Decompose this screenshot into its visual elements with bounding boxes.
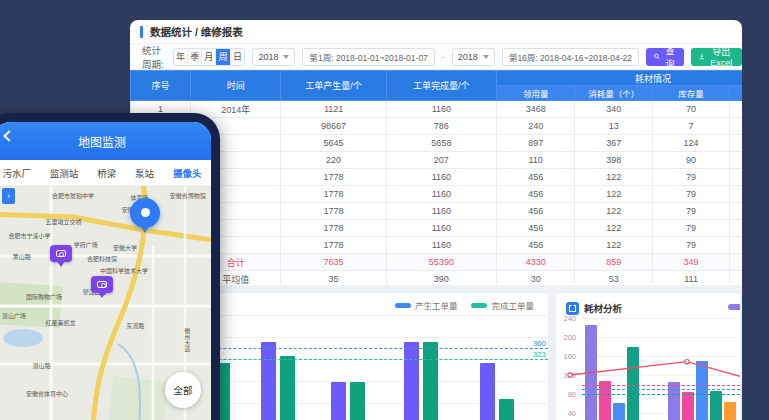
phone-screen: 地图监测 污水厂监测站桥梁泵站摄像头 (0, 122, 211, 420)
table-cell: 695 (729, 118, 742, 135)
export-excel-button[interactable]: 导出Excel (691, 48, 742, 66)
table-row: 12014年112111603468340702508 (131, 101, 743, 118)
table-cell: 5645 (281, 135, 386, 152)
phone-page-title: 地图监测 (78, 133, 126, 150)
y-axis-tick: 80 (556, 390, 576, 399)
phone-tab-摄像头[interactable]: 摄像头 (173, 166, 202, 180)
bar-产生工单量 (480, 363, 495, 420)
report-table: 序号 时间 工单产生量/个 工单完成量/个 耗材情况 领用量 消耗量（个） 库存… (130, 70, 742, 288)
report-table-body: 12014年1121116034683407025082986677862401… (131, 101, 743, 288)
period-option-周[interactable]: 周 (216, 49, 230, 65)
col-subheader-4: 采购量 (729, 86, 742, 101)
table-cell: 456 (497, 203, 575, 220)
col-header-created: 工单产生量/个 (281, 71, 386, 101)
table-cell: 79 (653, 203, 729, 220)
chevron-down-icon (483, 55, 489, 59)
phone-tab-桥梁[interactable]: 桥梁 (97, 166, 116, 180)
table-cell: 122 (575, 237, 653, 254)
y-axis-tick: 40 (556, 409, 576, 418)
year-end-select[interactable]: 2018 (452, 48, 495, 66)
period-segmented-control[interactable]: 年季月周日 (173, 48, 246, 66)
table-cell: 859 (575, 254, 653, 271)
location-pin[interactable] (130, 198, 160, 228)
col-header-completed: 工单完成量/个 (386, 71, 496, 101)
col-subheader-2: 消耗量（个） (575, 86, 653, 101)
table-cell: 1160 (386, 169, 496, 186)
chart-icon (566, 302, 579, 315)
table-cell: 207 (386, 152, 496, 169)
all-filter-button[interactable]: 全部 (165, 372, 201, 408)
col-subheader-3: 库存量 (653, 86, 729, 101)
phone-header: 地图监测 (0, 122, 211, 160)
table-cell: 55390 (386, 254, 496, 271)
download-icon (699, 52, 705, 61)
table-cell: 1778 (281, 186, 386, 203)
legend-item-产生工单量[interactable]: 产生工单量 (395, 299, 458, 311)
table-cell: 4330 (497, 254, 575, 271)
table-cell: 1778 (281, 203, 386, 220)
table-cell: 70 (653, 101, 729, 118)
table-cell: 19 (729, 152, 742, 169)
breadcrumb-text: 数据统计 / 维修报表 (150, 24, 243, 39)
map-view[interactable]: 合肥市琥珀中学体育场安徽农业大学安徽省博物馆五里墩立交桥合肥市宁溪小学学府广场安… (0, 186, 211, 420)
table-cell: 13 (575, 118, 653, 135)
consumables-chart-title: 耗材分析 (584, 301, 622, 315)
table-row: 6177811604561227967 (131, 186, 743, 203)
table-cell: 122 (575, 220, 653, 237)
table-cell: 1160 (386, 101, 496, 118)
table-cell: 67 (729, 186, 742, 203)
ref-line-label: 360 (533, 339, 546, 348)
screenshot-canvas: 数据统计 / 维修报表 统计周期: 年季月周日 2018 第1周: 2018-0… (0, 0, 769, 420)
range-separator: - (442, 52, 445, 62)
table-cell: 90 (653, 152, 729, 169)
table-cell: 129 (729, 135, 742, 152)
consumables-legend-pill[interactable] (728, 304, 740, 310)
camera-pin[interactable] (50, 245, 72, 262)
camera-icon (97, 281, 107, 288)
bar-完成工单量 (280, 356, 295, 420)
back-icon[interactable] (3, 130, 14, 141)
table-cell: 122 (575, 203, 653, 220)
panel-expander-button[interactable]: › (2, 188, 15, 204)
period-label: 统计周期: (142, 43, 166, 71)
breadcrumb: 数据统计 / 维修报表 (130, 20, 742, 44)
period-option-月[interactable]: 月 (202, 49, 216, 65)
phone-tab-泵站[interactable]: 泵站 (135, 166, 154, 180)
phone-tab-监测站[interactable]: 监测站 (50, 166, 79, 180)
phone-tab-污水厂[interactable]: 污水厂 (2, 166, 31, 180)
period-option-年[interactable]: 年 (174, 49, 188, 65)
bar-series-blue (613, 403, 625, 420)
query-button[interactable]: 查询 (646, 48, 684, 66)
table-cell: 897 (497, 135, 575, 152)
table-cell: 79 (653, 169, 729, 186)
bar-产生工单量 (261, 342, 276, 420)
table-cell: 3468 (497, 101, 575, 118)
table-row: 9177811604561227967 (131, 237, 743, 254)
table-cell: 456 (497, 186, 575, 203)
charts-strip: 产生工单量完成工单量 360323 耗材分析 2402001601208040 (130, 285, 742, 420)
desktop-panel: 数据统计 / 维修报表 统计周期: 年季月周日 2018 第1周: 2018-0… (130, 20, 742, 420)
table-cell: 1160 (386, 203, 496, 220)
y-axis-tick: 160 (556, 352, 576, 361)
table-cell: 67 (729, 220, 742, 237)
table-cell: 33 (729, 254, 742, 271)
table-cell: 79 (653, 237, 729, 254)
table-cell: 240 (497, 118, 575, 135)
camera-icon (56, 250, 66, 257)
table-cell: 79 (653, 220, 729, 237)
camera-pin[interactable] (91, 276, 113, 293)
table-cell: 1160 (386, 186, 496, 203)
ref-line (582, 385, 740, 386)
table-cell: 349 (653, 254, 729, 271)
week-end-input[interactable]: 第16周: 2018-04-16~2018-04-22 (502, 48, 639, 66)
year-start-select[interactable]: 2018 (252, 48, 295, 66)
bar-完成工单量 (499, 399, 514, 420)
period-option-日[interactable]: 日 (231, 49, 245, 65)
week-start-input[interactable]: 第1周: 2018-01-01~2018-01-07 (302, 48, 434, 66)
period-option-季[interactable]: 季 (188, 49, 202, 65)
legend-item-完成工单量[interactable]: 完成工单量 (471, 299, 534, 311)
table-cell: 398 (575, 152, 653, 169)
table-cell: 220 (281, 152, 386, 169)
y-axis-tick: 240 (556, 314, 576, 323)
table-cell: 456 (497, 220, 575, 237)
